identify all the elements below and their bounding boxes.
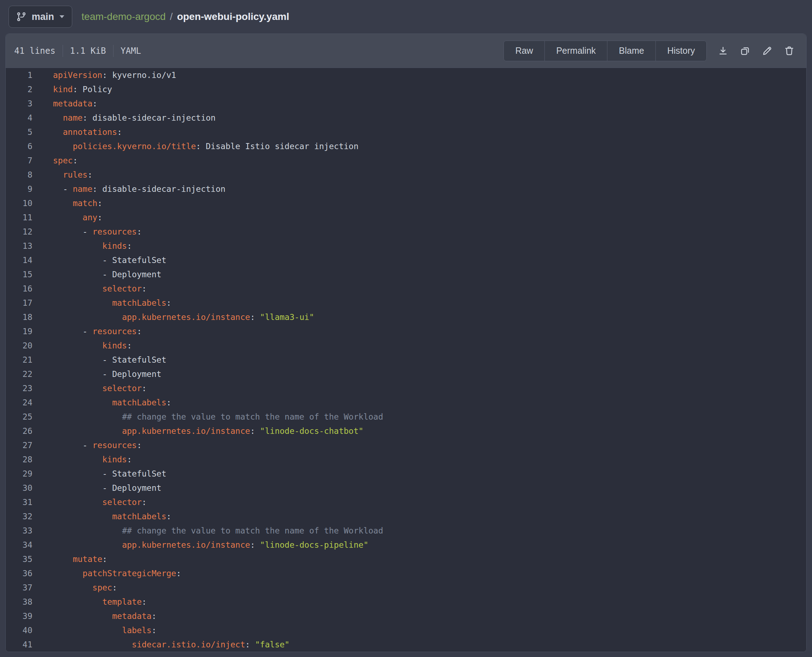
code-line: 14 - StatefulSet xyxy=(6,253,806,267)
code-line: 24 matchLabels: xyxy=(6,395,806,409)
download-button[interactable] xyxy=(714,42,731,59)
code-line: 17 matchLabels: xyxy=(6,296,806,310)
code-line: 27 - resources: xyxy=(6,438,806,452)
code-line: 18 app.kubernetes.io/instance: "llama3-u… xyxy=(6,310,806,324)
code-line: 25 ## change the value to match the name… xyxy=(6,409,806,424)
code-line: 10 match: xyxy=(6,196,806,210)
line-content: app.kubernetes.io/instance: "llama3-ui" xyxy=(33,310,314,324)
line-content: - resources: xyxy=(33,324,142,338)
line-content: app.kubernetes.io/instance: "linode-docs… xyxy=(33,538,368,552)
code-line: 41 sidecar.istio.io/inject: "false" xyxy=(6,637,806,652)
code-line: 21 - StatefulSet xyxy=(6,353,806,367)
line-number[interactable]: 39 xyxy=(6,609,33,623)
breadcrumb-repo-link[interactable]: team-demo-argocd xyxy=(81,11,166,22)
line-content: - name: disable-sidecar-injection xyxy=(33,182,226,196)
chevron-down-icon xyxy=(59,15,65,19)
line-content: match: xyxy=(33,196,103,210)
code-line: 22 - Deployment xyxy=(6,367,806,381)
line-number[interactable]: 30 xyxy=(6,481,33,495)
line-number[interactable]: 34 xyxy=(6,538,33,552)
code-line: 40 labels: xyxy=(6,623,806,637)
delete-trash-icon xyxy=(784,45,795,57)
file-meta-item: 41 lines xyxy=(14,46,56,56)
line-content: metadata: xyxy=(33,97,98,111)
breadcrumb: team-demo-argocd / open-webui-policy.yam… xyxy=(81,11,289,22)
line-number[interactable]: 27 xyxy=(6,438,33,452)
line-number[interactable]: 38 xyxy=(6,595,33,609)
line-content: - StatefulSet xyxy=(33,467,166,481)
line-number[interactable]: 10 xyxy=(6,196,33,210)
line-content: matchLabels: xyxy=(33,509,171,523)
code-line: 9 - name: disable-sidecar-injection xyxy=(6,182,806,196)
code-line: 2kind: Policy xyxy=(6,82,806,97)
code-line: 19 - resources: xyxy=(6,324,806,338)
line-number[interactable]: 4 xyxy=(6,111,33,125)
line-number[interactable]: 28 xyxy=(6,452,33,467)
git-branch-icon xyxy=(16,11,27,22)
line-number[interactable]: 20 xyxy=(6,338,33,353)
code-line: 8 rules: xyxy=(6,168,806,182)
line-number[interactable]: 29 xyxy=(6,467,33,481)
line-number[interactable]: 12 xyxy=(6,224,33,239)
line-content: name: disable-sidecar-injection xyxy=(33,111,216,125)
line-content: apiVersion: kyverno.io/v1 xyxy=(33,68,176,82)
line-content: - Deployment xyxy=(33,481,162,495)
line-number[interactable]: 6 xyxy=(6,139,33,153)
line-number[interactable]: 2 xyxy=(6,82,33,97)
line-number[interactable]: 15 xyxy=(6,267,33,282)
blame-button[interactable]: Blame xyxy=(607,41,655,61)
line-number[interactable]: 36 xyxy=(6,566,33,581)
permalink-button[interactable]: Permalink xyxy=(544,41,607,61)
line-number[interactable]: 37 xyxy=(6,581,33,595)
code-line: 30 - Deployment xyxy=(6,481,806,495)
line-number[interactable]: 11 xyxy=(6,210,33,224)
line-number[interactable]: 23 xyxy=(6,381,33,395)
line-number[interactable]: 40 xyxy=(6,623,33,637)
line-number[interactable]: 17 xyxy=(6,296,33,310)
line-content: ## change the value to match the name of… xyxy=(33,523,383,538)
line-number[interactable]: 41 xyxy=(6,637,33,652)
line-number[interactable]: 25 xyxy=(6,409,33,424)
raw-button[interactable]: Raw xyxy=(504,41,544,61)
line-content: - resources: xyxy=(33,438,142,452)
line-number[interactable]: 7 xyxy=(6,153,33,168)
line-number[interactable]: 9 xyxy=(6,182,33,196)
code-line: 29 - StatefulSet xyxy=(6,467,806,481)
line-content: spec: xyxy=(33,581,117,595)
line-number[interactable]: 32 xyxy=(6,509,33,523)
code-line: 36 patchStrategicMerge: xyxy=(6,566,806,581)
line-number[interactable]: 19 xyxy=(6,324,33,338)
line-content: - StatefulSet xyxy=(33,353,166,367)
delete-button[interactable] xyxy=(781,42,798,59)
line-content: annotations: xyxy=(33,125,122,139)
line-number[interactable]: 24 xyxy=(6,395,33,409)
history-button[interactable]: History xyxy=(655,41,706,61)
line-content: app.kubernetes.io/instance: "linode-docs… xyxy=(33,424,363,438)
line-number[interactable]: 13 xyxy=(6,239,33,253)
line-number[interactable]: 22 xyxy=(6,367,33,381)
line-number[interactable]: 26 xyxy=(6,424,33,438)
line-number[interactable]: 31 xyxy=(6,495,33,509)
branch-selector-button[interactable]: main xyxy=(9,6,72,28)
code-line: 15 - Deployment xyxy=(6,267,806,282)
code-line: 4 name: disable-sidecar-injection xyxy=(6,111,806,125)
line-number[interactable]: 1 xyxy=(6,68,33,82)
line-content: selector: xyxy=(33,381,146,395)
line-number[interactable]: 5 xyxy=(6,125,33,139)
edit-button[interactable] xyxy=(759,42,776,59)
line-number[interactable]: 3 xyxy=(6,97,33,111)
code-line: 35 mutate: xyxy=(6,552,806,566)
line-number[interactable]: 18 xyxy=(6,310,33,324)
download-icon xyxy=(717,45,729,57)
line-number[interactable]: 8 xyxy=(6,168,33,182)
line-number[interactable]: 21 xyxy=(6,353,33,367)
line-content: kind: Policy xyxy=(33,82,112,97)
line-number[interactable]: 14 xyxy=(6,253,33,267)
line-number[interactable]: 35 xyxy=(6,552,33,566)
line-content: kinds: xyxy=(33,452,132,467)
line-content: metadata: xyxy=(33,609,157,623)
line-number[interactable]: 33 xyxy=(6,523,33,538)
copy-button[interactable] xyxy=(737,42,754,59)
line-number[interactable]: 16 xyxy=(6,282,33,296)
code-line: 23 selector: xyxy=(6,381,806,395)
